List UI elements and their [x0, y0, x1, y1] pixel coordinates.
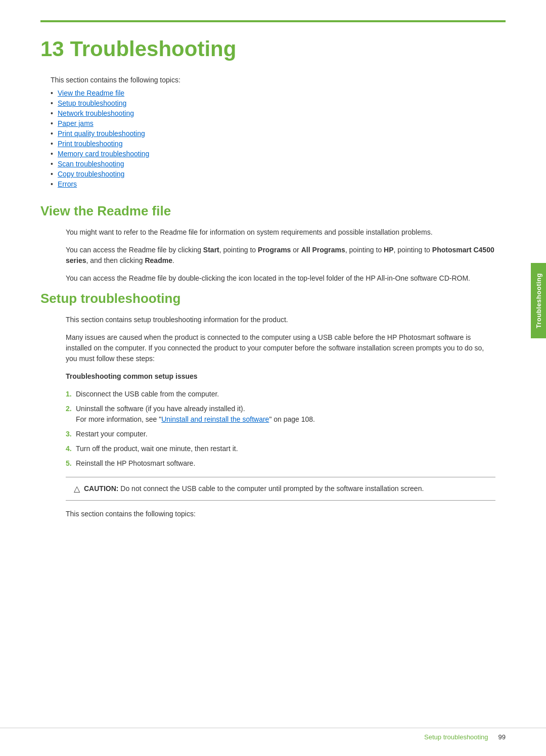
toc-link-readme[interactable]: View the Readme file	[58, 89, 124, 97]
list-item: 1. Disconnect the USB cable from the com…	[66, 389, 495, 399]
section1-para1: You might want to refer to the Readme fi…	[66, 227, 495, 238]
subsection-heading: Troubleshooting common setup issues	[66, 371, 495, 382]
list-item: Setup troubleshooting	[51, 99, 506, 107]
section2-body: This section contains setup troubleshoot…	[66, 315, 495, 519]
list-item: Print troubleshooting	[51, 140, 506, 148]
section1-heading: View the Readme file	[40, 203, 506, 219]
section2-para1: This section contains setup troubleshoot…	[66, 315, 495, 325]
chapter-title: 13 Troubleshooting	[40, 37, 506, 61]
intro-text: This section contains the following topi…	[51, 76, 506, 84]
toc-link-memory[interactable]: Memory card troubleshooting	[58, 150, 149, 158]
list-item: 2. Uninstall the software (if you have a…	[66, 404, 495, 425]
section2-closing: This section contains the following topi…	[66, 509, 495, 519]
list-item: 5. Reinstall the HP Photosmart software.	[66, 458, 495, 469]
footer: Setup troubleshooting 99	[0, 728, 546, 741]
toc-link-paper[interactable]: Paper jams	[58, 119, 94, 127]
toc-link-network[interactable]: Network troubleshooting	[58, 109, 134, 117]
caution-text: CAUTION: Do not connect the USB cable to…	[84, 483, 424, 494]
reinstall-link[interactable]: Uninstall and reinstall the software	[161, 415, 269, 423]
section2-heading: Setup troubleshooting	[40, 291, 506, 306]
list-item: View the Readme file	[51, 89, 506, 97]
side-tab-text: Troubleshooting	[535, 273, 542, 328]
footer-left-text: Setup troubleshooting	[424, 733, 488, 741]
toc-link-setup[interactable]: Setup troubleshooting	[58, 99, 126, 107]
list-item: Print quality troubleshooting	[51, 129, 506, 138]
top-border	[40, 20, 506, 22]
page-container: 13 Troubleshooting This section contains…	[0, 0, 546, 756]
caution-box: △ CAUTION: Do not connect the USB cable …	[66, 477, 495, 501]
list-item: Copy troubleshooting	[51, 170, 506, 178]
caution-label: CAUTION:	[84, 484, 118, 493]
steps-list: 1. Disconnect the USB cable from the com…	[66, 389, 495, 469]
list-item: Network troubleshooting	[51, 109, 506, 117]
caution-icon: △	[74, 484, 80, 494]
section2-para2: Many issues are caused when the product …	[66, 332, 495, 364]
footer-page-number: 99	[498, 733, 506, 741]
toc-list: View the Readme file Setup troubleshooti…	[51, 89, 506, 188]
toc-link-print[interactable]: Print troubleshooting	[58, 140, 122, 148]
list-item: Paper jams	[51, 119, 506, 127]
list-item: Memory card troubleshooting	[51, 150, 506, 158]
section1-body: You might want to refer to the Readme fi…	[66, 227, 495, 284]
list-item: Scan troubleshooting	[51, 160, 506, 168]
toc-link-copy[interactable]: Copy troubleshooting	[58, 170, 124, 178]
list-item: 4. Turn off the product, wait one minute…	[66, 443, 495, 454]
toc-link-errors[interactable]: Errors	[58, 180, 77, 188]
list-item: Errors	[51, 180, 506, 188]
toc-link-print-quality[interactable]: Print quality troubleshooting	[58, 129, 145, 138]
section1-para3: You can access the Readme file by double…	[66, 273, 495, 284]
section1-para2: You can access the Readme file by clicki…	[66, 245, 495, 266]
toc-link-scan[interactable]: Scan troubleshooting	[58, 160, 124, 168]
side-tab: Troubleshooting	[531, 263, 546, 338]
chapter-number: 13	[40, 37, 64, 61]
list-item: 3. Restart your computer.	[66, 429, 495, 439]
